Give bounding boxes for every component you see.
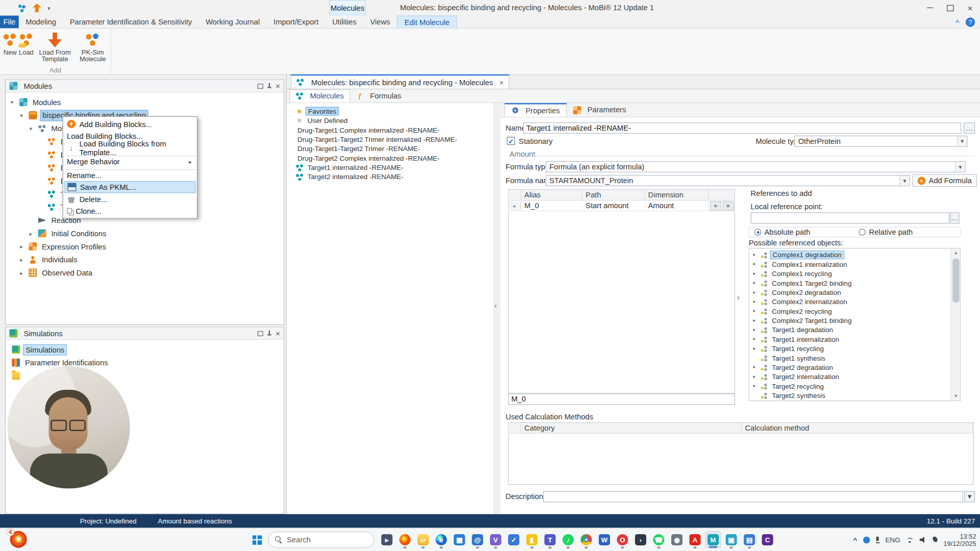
taskbar-firefox[interactable] (397, 531, 413, 548)
ribbon-button[interactable]: PK-Sim Molecule (76, 31, 109, 62)
tree-row[interactable]: ▸ Observed Data (6, 266, 284, 280)
expander-icon[interactable]: ▸ (753, 327, 760, 332)
close-button[interactable]: × (960, 0, 980, 16)
taskbar-word[interactable]: W (596, 531, 612, 548)
referenced-object-item[interactable]: ▸ Complex1 Target2 binding (749, 278, 950, 287)
expander-icon[interactable]: ▾ (11, 99, 19, 105)
referenced-object-item[interactable]: ▸ Complex2 recycling (749, 306, 950, 315)
referenced-object-item[interactable]: ▸ Complex2 degradation (749, 287, 950, 296)
minimize-button[interactable] (920, 0, 940, 16)
expander-icon[interactable]: ▸ (753, 289, 760, 295)
taskbar-opera[interactable]: O (615, 531, 631, 548)
tree-row[interactable]: ▸ Individuals (6, 253, 284, 266)
expander-icon[interactable]: ▸ (753, 298, 760, 304)
taskbar-media[interactable]: ▸ (379, 531, 395, 548)
scrollbar[interactable]: ▲ ▼ (950, 248, 960, 400)
context-menu-item[interactable]: Clone... (64, 205, 195, 217)
float-window-icon[interactable] (257, 331, 263, 336)
referenced-object-item[interactable]: ▸ Complex1 internalization (749, 259, 950, 268)
referenced-object-item[interactable]: ▸ Target2 recycling (749, 381, 950, 390)
column-header[interactable]: Calculation method (742, 423, 973, 433)
tree-row[interactable]: ▸ Initial Conditions (6, 227, 284, 240)
ribbon-tab[interactable]: Edit Molecule (397, 16, 457, 28)
subtab[interactable]: Formulas (350, 89, 407, 103)
context-menu-item[interactable]: Rename... (64, 169, 195, 181)
referenced-object-item[interactable]: ▸ Trimer degradation (749, 400, 950, 401)
expander-icon[interactable]: ▾ (30, 126, 38, 132)
taskbar-photos[interactable]: ▣ (723, 531, 740, 548)
start-button[interactable] (248, 531, 266, 549)
formula-type-select[interactable]: Formula (an explicit formula) ▼ (546, 161, 966, 172)
export-icon[interactable] (33, 4, 41, 12)
close-tab-icon[interactable]: × (499, 78, 504, 86)
column-header[interactable]: Dimension (645, 190, 709, 200)
molecule-list-item[interactable]: User Defined (287, 116, 494, 125)
referenced-object-item[interactable]: Target1 synthesis (749, 353, 950, 362)
relative-path-radio[interactable]: Relative path (859, 228, 913, 236)
referenced-object-item[interactable]: ▸ Target1 recycling (749, 343, 950, 353)
ribbon-tab[interactable]: Parameter Identification & Sensitivity (63, 16, 199, 28)
close-panel-icon[interactable]: × (276, 83, 280, 89)
expander-icon[interactable]: ▸ (753, 270, 760, 276)
expander-icon[interactable]: ▸ (30, 230, 38, 236)
tree-row[interactable]: ▸ Expression Profiles (6, 240, 284, 253)
taskbar-snipping[interactable]: ◉ (669, 531, 685, 548)
tray-app-icon[interactable] (863, 536, 870, 543)
local-reference-ellipsis-button[interactable]: … (950, 212, 959, 223)
properties-tab[interactable]: Properties (504, 103, 567, 117)
taskbar-mobi[interactable]: M (705, 531, 721, 548)
scrollbar-thumb[interactable] (952, 259, 959, 303)
formula-name-select[interactable]: STARTAMOUNT_Protein ▼ (546, 175, 910, 186)
absolute-path-radio[interactable]: Absolute path (754, 228, 810, 236)
maximize-button[interactable] (940, 0, 960, 16)
taskbar-power-bi[interactable]: ▮ (524, 531, 540, 548)
ribbon-tab[interactable]: Views (363, 16, 397, 28)
add-formula-button[interactable]: + Add Formula (913, 174, 977, 187)
simulations-list-item[interactable]: Simulations (6, 343, 284, 356)
scroll-up-icon[interactable]: ▲ (951, 248, 961, 257)
close-panel-icon[interactable]: × (276, 330, 280, 336)
expander-icon[interactable]: ▸ (753, 364, 760, 370)
referenced-object-item[interactable]: ▸ Complex2 Target1 binding (749, 315, 950, 324)
expander-icon[interactable]: ▸ (20, 257, 29, 263)
molecule-list-item[interactable]: Drug-Target2 Complex internalized -RENAM… (287, 153, 494, 162)
expander-icon[interactable]: ▸ (753, 280, 760, 286)
subtab[interactable]: Molecules (289, 89, 350, 103)
pin-icon[interactable] (267, 83, 272, 89)
taskbar-calendar[interactable]: ▤ (741, 531, 757, 548)
scroll-down-icon[interactable]: ▼ (951, 392, 961, 400)
ribbon-button[interactable]: New (3, 31, 17, 62)
ribbon-tab[interactable]: Working Journal (199, 16, 267, 28)
local-reference-input[interactable] (751, 212, 949, 223)
ribbon-button[interactable]: Load From Template (35, 31, 75, 62)
column-header[interactable]: Category (521, 423, 742, 433)
expander-icon[interactable]: ▸ (753, 252, 760, 257)
context-menu-item[interactable]: Delete... (64, 193, 195, 205)
molecule-list-item[interactable]: Target2 internalized -RENAME- (287, 172, 494, 181)
add-path-button[interactable]: + (710, 201, 721, 210)
molecule-list-item[interactable]: Drug-Target1-Target2 Trimer internalized… (287, 134, 494, 143)
taskbar-outlook[interactable]: @ (470, 531, 486, 548)
expander-icon[interactable]: ▸ (20, 269, 29, 276)
expander-icon[interactable]: ▸ (753, 383, 760, 389)
tree-row[interactable]: ▾ Modules (6, 95, 284, 109)
taskbar-file-explorer[interactable]: ▱ (415, 531, 431, 548)
table-row[interactable]: ▸ M_0 Start amount Amount + × (509, 201, 734, 211)
notification-bubble[interactable]: 4 (10, 531, 27, 548)
collapse-list-icon[interactable]: ‹ (493, 300, 499, 311)
help-icon[interactable]: ? (966, 17, 975, 27)
taskbar-terminal[interactable]: › (632, 531, 649, 548)
volume-icon[interactable] (920, 537, 926, 543)
expander-icon[interactable]: ▸ (20, 243, 29, 249)
taskbar-todo[interactable]: ✓ (506, 531, 522, 548)
expander-icon[interactable]: ▸ (753, 308, 760, 314)
tray-chevron-icon[interactable]: ^ (853, 536, 857, 544)
context-tab-molecules[interactable]: Molecules (329, 0, 365, 16)
taskbar-code[interactable]: C (760, 531, 776, 548)
referenced-object-item[interactable]: ▸ Target1 degradation (749, 325, 950, 334)
collapse-ribbon-icon[interactable]: ^ (955, 18, 960, 26)
properties-tab[interactable]: Parameters (567, 103, 632, 117)
molecule-list-item[interactable]: Target1 internalized -RENAME- (287, 162, 494, 171)
float-window-icon[interactable] (257, 83, 263, 88)
column-header[interactable]: Alias (521, 190, 582, 200)
